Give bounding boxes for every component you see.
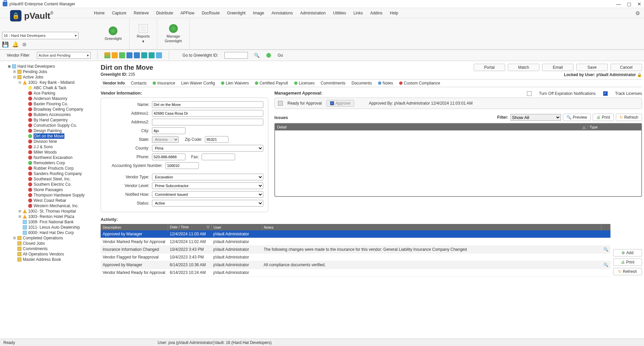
address1-field[interactable] <box>152 110 263 117</box>
county-select[interactable]: Pima <box>152 145 263 152</box>
search-icon[interactable]: 🔍 <box>254 53 260 58</box>
ribbon-reports[interactable]: Reports ▼ <box>129 18 158 49</box>
activity-table[interactable]: Description Date / Time ▽ User Notes App… <box>101 224 610 277</box>
phone-field[interactable] <box>152 154 185 160</box>
state-select[interactable]: Arizona <box>152 136 179 143</box>
tab-insurance[interactable]: Insurance <box>153 81 175 85</box>
tree-vendor[interactable]: Stone Passages <box>23 187 96 192</box>
tree-vendor[interactable]: Sanders Roofing Company <box>23 171 96 176</box>
clear-icon[interactable]: ⊗ <box>22 41 26 48</box>
greenlight-id-input[interactable] <box>224 52 248 59</box>
tree-vendor[interactable]: Baxter Flooring Co. <box>23 101 96 107</box>
magnify-icon[interactable]: 🔍 <box>603 263 608 267</box>
activity-row[interactable]: Insurance Information Changed10/4/2023 3… <box>101 246 610 253</box>
menu-greenlight[interactable]: Greenlight <box>227 11 246 15</box>
tab-documents[interactable]: Documents <box>352 81 372 85</box>
tree-vendor[interactable]: Dirt on the Move <box>23 133 96 139</box>
magnify-icon[interactable]: 🔍 <box>603 247 608 252</box>
tree-vendor[interactable]: Miller Woods <box>23 150 96 155</box>
tree-vendor[interactable]: Rubber Products Corp <box>23 166 96 171</box>
menu-annotations[interactable]: Annotations <box>272 11 293 15</box>
tree-vendor[interactable]: Builders Accessories <box>23 112 96 117</box>
tree-vendor[interactable]: Anderson Masonry <box>23 96 96 101</box>
tab-cert-payroll[interactable]: Certified Payroll <box>255 81 288 85</box>
nav-tree[interactable]: ▣Hard Hat Developers ⊞Pending Jobs ⊟Acti… <box>2 64 96 338</box>
tab-lien-config[interactable]: Lien Waiver Config <box>181 81 215 85</box>
activity-row[interactable]: Vendor Marked Ready for Approval6/14/202… <box>101 269 610 277</box>
col-user[interactable]: User <box>211 224 262 230</box>
print-button[interactable]: 🖨Print <box>593 114 614 121</box>
tree-vendor[interactable]: Division Nine <box>23 139 96 144</box>
cloud-icon[interactable] <box>156 52 162 58</box>
activity-row[interactable]: Vendor Marked Ready for Approval12/4/202… <box>101 238 610 246</box>
track-licenses-checkbox[interactable] <box>603 91 608 96</box>
preview-button[interactable]: 🔍Preview <box>563 114 591 121</box>
tree-vendor[interactable]: Northwest Excavation <box>23 155 96 160</box>
ribbon-greenlight[interactable]: Greenlight <box>97 18 129 49</box>
refresh-icon[interactable] <box>104 52 110 58</box>
tree-vendor[interactable]: J.J & Sons <box>23 144 96 150</box>
approve-button[interactable]: Approve <box>326 100 354 107</box>
menu-distribute[interactable]: Distribute <box>156 11 173 15</box>
save-button[interactable]: Save <box>576 64 608 71</box>
activity-print-button[interactable]: 🖨Print <box>613 258 642 266</box>
issues-filter-select[interactable]: Show All <box>511 114 561 121</box>
minimize-icon[interactable]: — <box>616 1 621 7</box>
maximize-icon[interactable]: ▢ <box>627 1 631 7</box>
menu-links[interactable]: Links <box>354 11 363 15</box>
tab-lien-waivers[interactable]: Lien Waivers <box>221 81 249 85</box>
go-button[interactable]: Go <box>278 53 283 58</box>
tree-vendor[interactable]: Design Painting <box>23 128 96 133</box>
tab-contacts[interactable]: Contacts <box>131 81 147 85</box>
menu-help[interactable]: Help <box>390 11 398 15</box>
activity-row[interactable]: Vendor Flagged for Reapproval10/4/2023 3… <box>101 253 610 261</box>
address2-field[interactable] <box>152 119 263 125</box>
user-icon[interactable] <box>134 52 140 58</box>
menu-apflow[interactable]: APFlow <box>180 11 194 15</box>
activity-row[interactable]: Approved by Manager6/14/2023 10:36 AMpVa… <box>101 261 610 269</box>
menu-capture[interactable]: Capture <box>112 11 126 15</box>
save-icon[interactable]: 💾 <box>2 41 9 48</box>
notified-select[interactable]: Commitment Issued <box>152 191 263 198</box>
clipboard-icon[interactable] <box>141 52 147 58</box>
tree-vendor[interactable]: By Hand Carpentry <box>23 117 96 123</box>
name-field[interactable] <box>152 101 263 108</box>
company-selector[interactable]: 16 - Hard Hat Developers▾ <box>2 32 78 39</box>
close-icon[interactable]: ✕ <box>637 1 641 7</box>
tree-vendor[interactable]: ABC Chalk & Tack <box>23 85 96 91</box>
menu-addins[interactable]: Addins <box>370 11 383 15</box>
activity-refresh-button[interactable]: ↻Refresh <box>613 268 642 275</box>
col-description[interactable]: Description <box>101 224 168 230</box>
turn-off-expiration-checkbox[interactable] <box>527 91 532 96</box>
col-date[interactable]: Date / Time ▽ <box>168 224 211 230</box>
vendor-type-select[interactable]: Excavation <box>152 174 263 180</box>
tree-vendor[interactable]: Thompson Hardware Supply <box>23 192 96 198</box>
doc-icon[interactable] <box>126 52 132 58</box>
tab-commitments[interactable]: Commitments <box>321 81 345 85</box>
tree-vendor[interactable]: Broadway Ceiling Company <box>23 107 96 112</box>
issues-col-type[interactable]: Type <box>588 125 641 129</box>
tree-vendor[interactable]: Remodelers Corp <box>23 160 96 166</box>
portal-button[interactable]: Portal <box>474 64 505 71</box>
email-button[interactable]: Email <box>542 64 574 71</box>
menu-retrieve[interactable]: Retrieve <box>134 11 149 15</box>
match-button[interactable]: Match <box>508 64 539 71</box>
menu-administration[interactable]: Administration <box>300 11 326 15</box>
issues-grid[interactable]: Detail△ Type <box>274 123 642 197</box>
activity-add-button[interactable]: ⊕Add <box>613 249 642 256</box>
warn-filter-icon[interactable] <box>112 52 118 58</box>
menu-image[interactable]: Image <box>253 11 264 15</box>
ready-checkbox[interactable] <box>278 101 283 106</box>
cancel-button[interactable]: Cancel <box>610 64 642 71</box>
menu-docroute[interactable]: DocRoute <box>202 11 219 15</box>
tab-custom-compliance[interactable]: Custom Compliance <box>399 81 440 85</box>
col-notes[interactable]: Notes <box>262 224 601 230</box>
tab-licenses[interactable]: Licenses <box>294 81 315 85</box>
bell-icon[interactable]: 🔔 <box>12 41 19 48</box>
issues-col-detail[interactable]: Detail△ <box>275 125 588 129</box>
gear-icon[interactable]: ⚙ <box>635 10 640 16</box>
tree-vendor[interactable]: Construction Supply Co. <box>23 123 96 128</box>
tree-vendor[interactable]: West Coast Rebar <box>23 198 96 203</box>
refresh-button[interactable]: ↻Refresh <box>616 114 642 121</box>
menu-home[interactable]: Home <box>94 11 105 15</box>
